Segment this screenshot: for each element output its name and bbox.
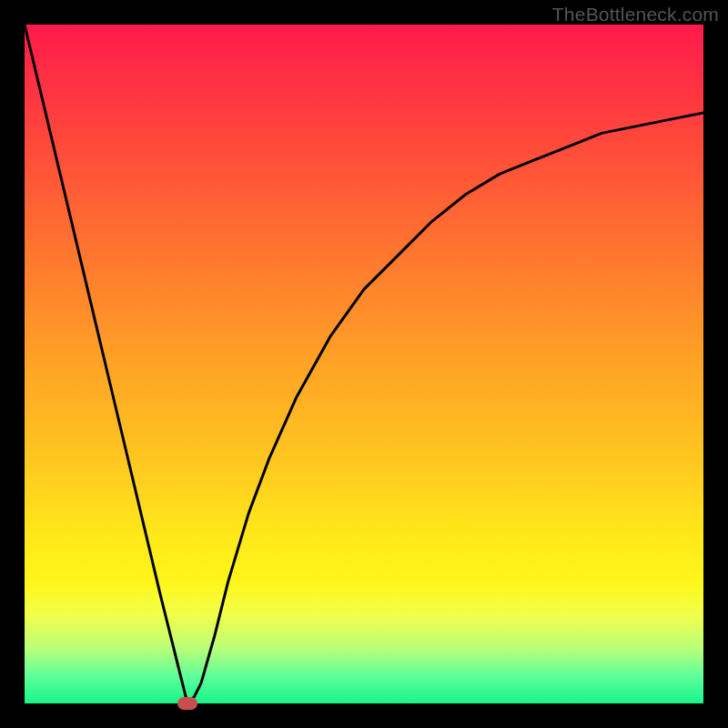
plot-area [25,25,703,703]
chart-frame: TheBottleneck.com [0,0,728,728]
watermark-text: TheBottleneck.com [552,4,719,25]
minimum-marker [177,697,197,710]
bottleneck-curve [25,25,703,703]
